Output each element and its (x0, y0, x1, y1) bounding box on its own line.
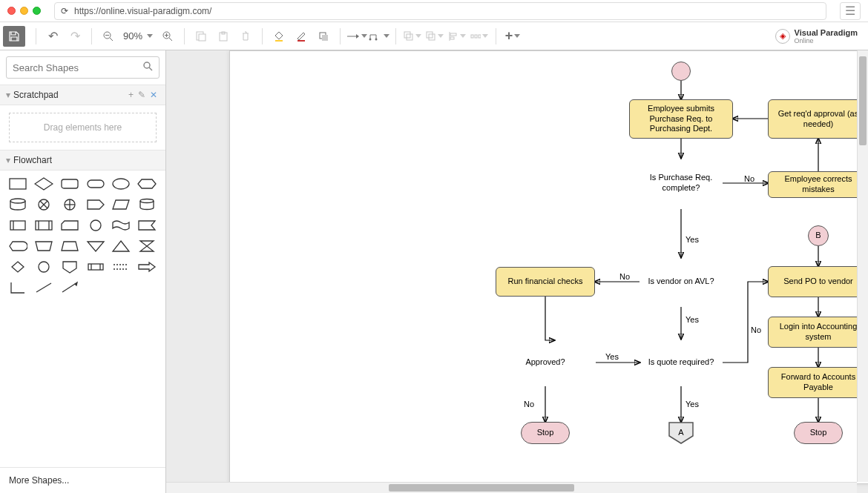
shape-offpage[interactable] (59, 259, 80, 274)
close-icon[interactable]: ✕ (148, 90, 160, 100)
svg-rect-18 (407, 34, 412, 40)
flowchart-header[interactable]: ▾ Flowchart (0, 150, 165, 171)
shape-rect[interactable] (7, 176, 28, 191)
shape-circlex[interactable] (33, 197, 54, 212)
shape-predef[interactable] (33, 218, 54, 233)
shape-cylinder[interactable] (137, 197, 157, 212)
node-approval[interactable]: Get req'd approval (as needed) (768, 99, 868, 139)
shape-card[interactable] (59, 218, 80, 233)
add-icon[interactable]: + (126, 90, 136, 100)
shape-tag[interactable] (85, 197, 106, 212)
search-icon[interactable] (142, 61, 153, 74)
canvas[interactable]: Employee submits Purchase Req. to Purcha… (166, 50, 868, 493)
node-finchecks[interactable]: Run financial checks (496, 267, 595, 297)
align-button[interactable] (447, 26, 467, 47)
flowchart-title: Flowchart (13, 155, 52, 165)
label-approved-no: No (524, 400, 534, 408)
line-color-button[interactable] (291, 26, 312, 47)
reload-icon[interactable]: ⟳ (61, 6, 68, 16)
svg-rect-32 (88, 180, 104, 188)
shape-flag[interactable] (137, 218, 157, 233)
hamburger-menu-icon[interactable]: ☰ (840, 2, 861, 20)
shape-arrowright[interactable] (137, 259, 157, 274)
edit-icon[interactable]: ✎ (136, 90, 148, 100)
shape-hexagon[interactable] (137, 176, 157, 191)
minimize-window-icon[interactable] (20, 7, 28, 15)
shape-circle2[interactable] (33, 259, 54, 274)
node-sendpo[interactable]: Send PO to vendor (768, 266, 868, 297)
paste-button[interactable] (213, 26, 234, 47)
node-stop1[interactable]: Stop (521, 422, 570, 444)
collapse-icon[interactable]: ▾ (6, 155, 10, 165)
fill-color-button[interactable] (269, 26, 289, 47)
svg-point-28 (144, 62, 150, 68)
node-connector-b[interactable]: B (808, 225, 829, 246)
delete-button[interactable] (235, 26, 256, 47)
shape-hourglass[interactable] (137, 239, 157, 254)
node-quote-q[interactable]: Is quote required? (640, 339, 723, 386)
node-forward[interactable]: Forward to Accounts Payable (768, 367, 868, 398)
shape-rounded[interactable] (59, 176, 80, 191)
search-input[interactable] (13, 62, 142, 73)
to-front-button[interactable] (402, 26, 423, 47)
redo-button[interactable]: ↷ (65, 26, 85, 47)
node-avl-q[interactable]: Is vendor on AVL? (640, 257, 723, 306)
close-window-icon[interactable] (7, 7, 16, 15)
shape-dashes[interactable] (111, 259, 131, 274)
zoom-level[interactable]: 90% (120, 30, 156, 42)
collapse-icon[interactable]: ▾ (6, 90, 10, 100)
toolbar: ↶ ↷ 90% + ◈ Visual Paradigm Online (0, 22, 868, 50)
shape-triangledown[interactable] (85, 239, 106, 254)
shape-parallelogram[interactable] (111, 197, 131, 212)
node-corrects[interactable]: Employee corrects mistakes (768, 171, 868, 198)
shadow-button[interactable] (313, 26, 334, 47)
shape-corner[interactable] (7, 280, 28, 295)
shape-bracket[interactable] (7, 218, 28, 233)
shape-arrowline[interactable] (59, 280, 80, 295)
scratchpad-header[interactable]: ▾ Scratchpad + ✎ ✕ (0, 85, 165, 105)
horizontal-scrollbar[interactable] (166, 482, 857, 493)
svg-rect-12 (297, 40, 305, 42)
shape-circleplus[interactable] (59, 197, 80, 212)
search-shapes[interactable] (6, 56, 160, 79)
shape-line[interactable] (33, 280, 54, 295)
undo-button[interactable]: ↶ (42, 26, 63, 47)
zoom-value: 90% (123, 30, 142, 42)
shape-manual[interactable] (33, 239, 54, 254)
zoom-in-button[interactable] (157, 26, 178, 47)
add-button[interactable]: + (502, 26, 523, 47)
waypoint-style-button[interactable] (369, 26, 389, 47)
address-bar[interactable]: ⟳ https://online.visual-paradigm.com/ (54, 2, 826, 20)
shape-diamond[interactable] (33, 176, 54, 191)
vertical-scrollbar[interactable] (857, 50, 868, 482)
shape-diamondsmall[interactable] (7, 259, 28, 274)
more-shapes-link[interactable]: More Shapes... (0, 467, 165, 493)
maximize-window-icon[interactable] (33, 7, 41, 15)
zoom-out-button[interactable] (98, 26, 119, 47)
shape-display[interactable] (7, 239, 28, 254)
to-back-button[interactable] (424, 26, 445, 47)
node-login[interactable]: Login into Accounting system (768, 317, 868, 348)
drawing-paper[interactable]: Employee submits Purchase Req. to Purcha… (229, 50, 868, 484)
shape-trapezoid[interactable] (59, 239, 80, 254)
node-approved-q[interactable]: Approved? (504, 339, 586, 386)
node-submit[interactable]: Employee submits Purchase Req. to Purcha… (629, 99, 733, 139)
shape-db[interactable] (7, 197, 28, 212)
copy-button[interactable] (191, 26, 211, 47)
shape-triangleup[interactable] (111, 239, 131, 254)
shape-terminator[interactable] (85, 176, 106, 191)
svg-point-48 (39, 262, 49, 272)
svg-line-29 (149, 67, 152, 70)
shape-tape[interactable] (111, 218, 131, 233)
shape-ellipse[interactable] (111, 176, 131, 191)
scratchpad-dropzone[interactable]: Drag elements here (9, 113, 157, 142)
node-connector-a[interactable]: A (668, 422, 694, 444)
shape-delay[interactable] (85, 259, 106, 274)
connector-style-button[interactable] (346, 26, 367, 47)
node-stop2[interactable]: Stop (794, 422, 843, 444)
node-complete-q[interactable]: Is Purchase Req. complete? (640, 158, 723, 208)
node-start[interactable] (671, 62, 691, 81)
distribute-button[interactable] (469, 26, 490, 47)
save-button[interactable] (3, 26, 25, 47)
shape-circle[interactable] (85, 218, 106, 233)
